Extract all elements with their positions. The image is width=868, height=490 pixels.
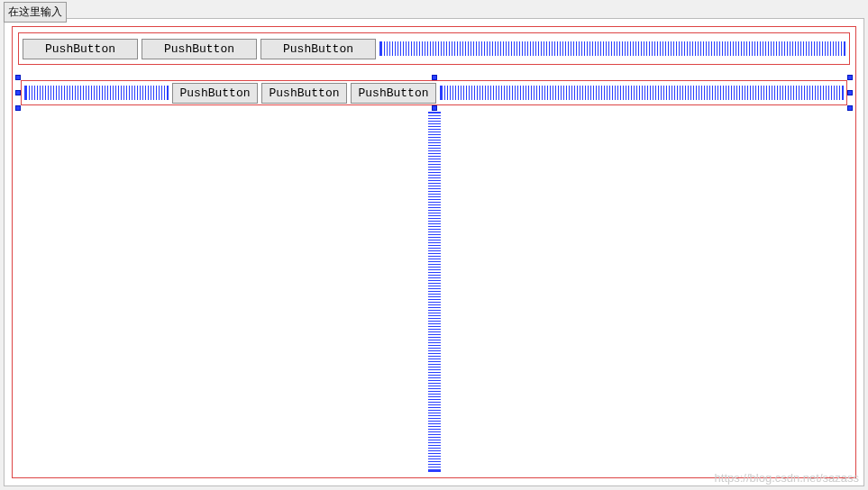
vertical-spacer[interactable] (428, 112, 441, 472)
selection-handle[interactable] (847, 75, 853, 80)
push-button-1[interactable]: PushButton (23, 39, 138, 59)
push-button-6[interactable]: PushButton (351, 83, 436, 104)
horizontal-spacer-1[interactable] (379, 41, 845, 56)
push-button-5[interactable]: PushButton (261, 83, 347, 104)
main-layout-frame: PushButton PushButton PushButton PushBut… (12, 26, 856, 478)
horizontal-spacer-2-left[interactable] (24, 86, 169, 100)
horizontal-spacer-2-right[interactable] (440, 86, 844, 100)
form-canvas[interactable]: PushButton PushButton PushButton PushBut… (4, 18, 864, 486)
push-button-3[interactable]: PushButton (260, 39, 376, 59)
hbox-layout-1[interactable]: PushButton PushButton PushButton (18, 32, 850, 65)
window-title-label: 在这里输入 (4, 2, 67, 23)
hbox-layout-2[interactable]: PushButton PushButton PushButton (21, 80, 847, 105)
hbox-layout-2-selection[interactable]: PushButton PushButton PushButton (18, 77, 850, 108)
selection-handle[interactable] (847, 90, 853, 95)
push-button-2[interactable]: PushButton (142, 39, 257, 59)
push-button-4[interactable]: PushButton (172, 83, 258, 104)
selection-handle[interactable] (15, 105, 21, 111)
selection-handle[interactable] (432, 105, 437, 111)
selection-handle[interactable] (847, 105, 853, 111)
